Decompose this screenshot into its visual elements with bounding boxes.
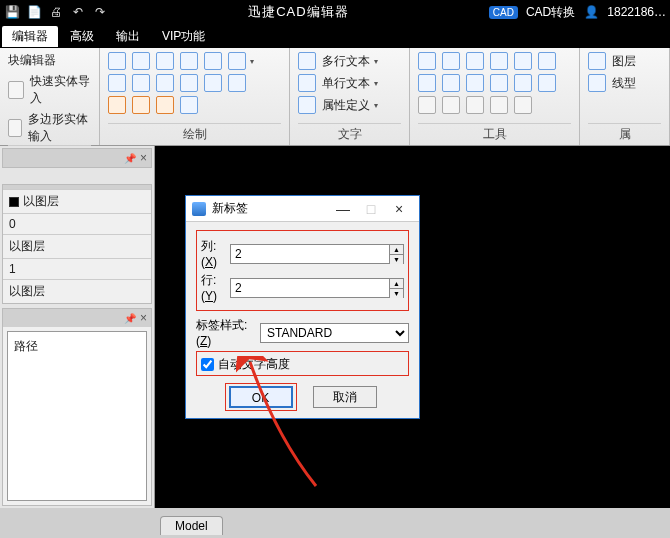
layer-icon[interactable] bbox=[588, 52, 606, 70]
import-icon[interactable] bbox=[8, 81, 24, 99]
ribbon-item[interactable]: 快速实体导入 bbox=[30, 73, 91, 107]
fillet-icon[interactable] bbox=[466, 74, 484, 92]
tool-icon[interactable] bbox=[132, 96, 150, 114]
tab-editor[interactable]: 编辑器 bbox=[2, 26, 58, 47]
save-icon[interactable]: 💾 bbox=[4, 4, 20, 20]
minimize-button[interactable]: — bbox=[329, 201, 357, 217]
rect-icon[interactable] bbox=[156, 74, 174, 92]
copy-icon[interactable] bbox=[418, 74, 436, 92]
ribbon-item[interactable]: 多边形实体输入 bbox=[28, 111, 91, 145]
ribbon-item[interactable]: 单行文本 bbox=[322, 75, 370, 92]
table-icon[interactable] bbox=[180, 96, 198, 114]
style-select[interactable]: STANDARD bbox=[260, 323, 409, 343]
tool-icon[interactable] bbox=[490, 96, 508, 114]
mirror-icon[interactable] bbox=[490, 52, 508, 70]
hatch-icon[interactable] bbox=[204, 52, 222, 70]
polyline-icon[interactable] bbox=[132, 52, 150, 70]
circle-icon[interactable] bbox=[108, 74, 126, 92]
spline-icon[interactable] bbox=[180, 52, 198, 70]
tool-icon[interactable] bbox=[442, 96, 460, 114]
auto-height-checkbox[interactable] bbox=[201, 358, 214, 371]
user-label[interactable]: 1822186… bbox=[607, 5, 666, 19]
rotate-icon[interactable] bbox=[442, 52, 460, 70]
linetype-icon[interactable] bbox=[588, 74, 606, 92]
status-bar: Model bbox=[0, 508, 670, 538]
chevron-down-icon[interactable]: ▾ bbox=[374, 101, 378, 110]
donut-icon[interactable] bbox=[204, 74, 222, 92]
ok-button[interactable]: OK bbox=[229, 386, 293, 408]
cad-badge-icon: CAD bbox=[489, 6, 518, 19]
close-button[interactable]: × bbox=[385, 201, 413, 217]
offset-icon[interactable] bbox=[442, 74, 460, 92]
point-icon[interactable] bbox=[228, 74, 246, 92]
highlight-box: 自动文字高度 bbox=[196, 351, 409, 376]
column-input[interactable] bbox=[231, 245, 389, 263]
polygon-icon[interactable] bbox=[180, 74, 198, 92]
spin-up-icon[interactable]: ▲ bbox=[390, 279, 403, 289]
redo-icon[interactable]: ↷ bbox=[92, 4, 108, 20]
trim-icon[interactable] bbox=[538, 52, 556, 70]
tool-icon[interactable] bbox=[466, 96, 484, 114]
tool-icon[interactable] bbox=[108, 96, 126, 114]
column-input-wrap: ▲▼ bbox=[230, 244, 404, 264]
ribbon-group-label: 文字 bbox=[298, 123, 401, 143]
chevron-down-icon[interactable]: ▾ bbox=[374, 79, 378, 88]
left-panel: 📌× 以图层 0 以图层 1 以图层 📌× 路径 bbox=[0, 146, 155, 508]
arc-icon[interactable] bbox=[156, 52, 174, 70]
spin-up-icon[interactable]: ▲ bbox=[390, 245, 403, 255]
print-icon[interactable]: 🖨 bbox=[48, 4, 64, 20]
cad-convert-link[interactable]: CAD转换 bbox=[526, 4, 575, 21]
scale-icon[interactable] bbox=[466, 52, 484, 70]
list-item[interactable]: 1 bbox=[9, 262, 16, 276]
tab-advanced[interactable]: 高级 bbox=[60, 26, 104, 47]
chevron-down-icon[interactable]: ▾ bbox=[374, 57, 378, 66]
auto-height-label: 自动文字高度 bbox=[218, 356, 290, 373]
style-label: 标签样式:(Z) bbox=[196, 317, 260, 348]
cancel-button[interactable]: 取消 bbox=[313, 386, 377, 408]
tab-output[interactable]: 输出 bbox=[106, 26, 150, 47]
dialog-title: 新标签 bbox=[212, 200, 329, 217]
close-icon[interactable]: × bbox=[140, 311, 147, 325]
mtext-icon[interactable] bbox=[298, 52, 316, 70]
spin-down-icon[interactable]: ▼ bbox=[390, 289, 403, 298]
app-title: 迅捷CAD编辑器 bbox=[108, 3, 489, 21]
user-icon[interactable]: 👤 bbox=[583, 4, 599, 20]
list-item[interactable]: 0 bbox=[9, 217, 16, 231]
pdf-icon[interactable]: 📄 bbox=[26, 4, 42, 20]
list-item[interactable]: 以图层 bbox=[9, 283, 45, 300]
ribbon-item[interactable]: 块编辑器 bbox=[8, 52, 91, 69]
extend-icon[interactable] bbox=[538, 74, 556, 92]
ribbon-item[interactable]: 线型 bbox=[612, 75, 636, 92]
close-icon[interactable]: × bbox=[140, 151, 147, 165]
region-icon[interactable] bbox=[228, 52, 246, 70]
model-tab[interactable]: Model bbox=[160, 516, 223, 535]
chamfer-icon[interactable] bbox=[490, 74, 508, 92]
ribbon-item[interactable]: 属性定义 bbox=[322, 97, 370, 114]
undo-icon[interactable]: ↶ bbox=[70, 4, 86, 20]
line-icon[interactable] bbox=[108, 52, 126, 70]
tool-icon[interactable] bbox=[156, 96, 174, 114]
list-item[interactable]: 以图层 bbox=[23, 193, 59, 210]
attrdef-icon[interactable] bbox=[298, 96, 316, 114]
spin-down-icon[interactable]: ▼ bbox=[390, 255, 403, 264]
color-swatch[interactable] bbox=[9, 197, 19, 207]
tool-icon[interactable] bbox=[514, 96, 532, 114]
array-icon[interactable] bbox=[514, 52, 532, 70]
explode-icon[interactable] bbox=[514, 74, 532, 92]
chevron-down-icon[interactable]: ▾ bbox=[250, 57, 254, 66]
text-icon[interactable] bbox=[298, 74, 316, 92]
ellipse-icon[interactable] bbox=[132, 74, 150, 92]
list-item[interactable]: 以图层 bbox=[9, 238, 45, 255]
ribbon-item[interactable]: 多行文本 bbox=[322, 53, 370, 70]
path-box[interactable]: 路径 bbox=[7, 331, 147, 501]
pin-icon[interactable]: 📌 bbox=[124, 153, 136, 164]
tool-icon[interactable] bbox=[418, 96, 436, 114]
polygon-input-icon[interactable] bbox=[8, 119, 22, 137]
move-icon[interactable] bbox=[418, 52, 436, 70]
tab-vip[interactable]: VIP功能 bbox=[152, 26, 215, 47]
maximize-button[interactable]: □ bbox=[357, 201, 385, 217]
row-input[interactable] bbox=[231, 279, 389, 297]
pin-icon[interactable]: 📌 bbox=[124, 313, 136, 324]
menu-bar: 编辑器 高级 输出 VIP功能 bbox=[0, 24, 670, 48]
ribbon-item[interactable]: 图层 bbox=[612, 53, 636, 70]
